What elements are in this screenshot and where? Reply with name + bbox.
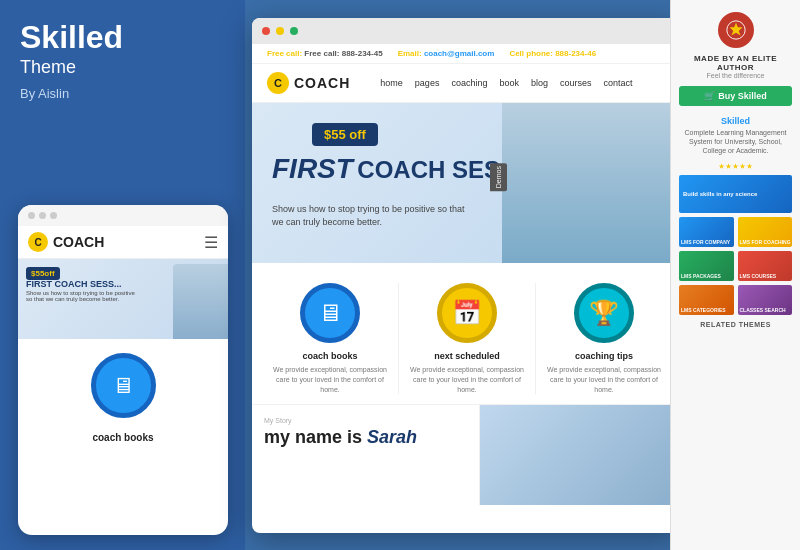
browser-preview: Free call: Free call: 888-234-45 Email: … (252, 18, 682, 533)
theme-author: By Aislin (20, 86, 225, 101)
theme-title: Skilled (20, 20, 225, 55)
star-1 (719, 163, 725, 169)
mobile-hero-image (173, 264, 228, 339)
mobile-nav: C COACH ☰ (18, 226, 228, 259)
thumb-row-1: LMS FOR COMPANY LMS FOR COACHING (679, 217, 792, 247)
hero-badge: $55 off (312, 123, 378, 146)
story-image-section (480, 405, 683, 505)
feature-desc-2: We provide exceptional, compassion care … (409, 365, 525, 394)
site-bottom: My Story my name is Sarah (252, 405, 682, 505)
site-topbar: Free call: Free call: 888-234-45 Email: … (252, 44, 682, 64)
feature-title-1: coach books (272, 351, 388, 361)
browser-bar (252, 18, 682, 44)
feature-icon-trophy: 🏆 (574, 283, 634, 343)
email-link[interactable]: coach@gmail.com (424, 49, 495, 58)
theme-subtitle: Theme (20, 57, 225, 78)
right-app-desc: Complete Learning Management System for … (679, 128, 792, 155)
story-label: My Story (264, 417, 467, 424)
build-skills-thumb[interactable]: Build skills in any science (679, 175, 792, 213)
thumb-lms-company[interactable]: LMS FOR COMPANY (679, 217, 734, 247)
thumb-lms-categories[interactable]: LMS CATEGORIES (679, 285, 734, 315)
elite-badge-icon (725, 19, 747, 41)
related-themes-label: RELATED THEMES (679, 321, 792, 328)
nav-courses[interactable]: courses (560, 78, 592, 88)
mobile-coach-books-label: coach books (18, 432, 228, 448)
star-5 (747, 163, 753, 169)
site-nav-links: home pages coaching book blog courses co… (380, 78, 632, 88)
nav-blog[interactable]: blog (531, 78, 548, 88)
star-rating (679, 163, 792, 169)
story-section: My Story my name is Sarah (252, 405, 480, 505)
thumb-lms-packages[interactable]: LMS PACKAGES (679, 251, 734, 281)
site-logo: C COACH (267, 72, 350, 94)
mobile-icon-circle: 🖥 (91, 353, 156, 418)
star-3 (733, 163, 739, 169)
hamburger-icon[interactable]: ☰ (204, 233, 218, 252)
feature-icon-monitor: 🖥 (300, 283, 360, 343)
feel-diff-text: Feel the difference (679, 72, 792, 79)
right-panel: MADE BY AN ELITE AUTHOR Feel the differe… (670, 0, 800, 550)
feature-desc-3: We provide exceptional, compassion care … (546, 365, 662, 394)
browser-dot-yellow[interactable] (276, 27, 284, 35)
left-panel: Skilled Theme By Aislin C COACH ☰ $55off… (0, 0, 245, 550)
nav-coaching[interactable]: coaching (451, 78, 487, 88)
site-logo-text: COACH (294, 75, 350, 91)
site-features: 🖥 coach books We provide exceptional, co… (252, 263, 682, 405)
cart-icon: 🛒 (704, 91, 715, 101)
story-name: my name is Sarah (264, 427, 467, 448)
feature-item-3: 🏆 coaching tips We provide exceptional, … (536, 283, 672, 394)
buy-skilled-button[interactable]: 🛒 Buy Skilled (679, 86, 792, 106)
monitor-icon: 🖥 (112, 373, 134, 399)
mobile-logo-text: COACH (53, 234, 104, 250)
demo-tab[interactable]: Demos (490, 163, 507, 191)
browser-dot-green[interactable] (290, 27, 298, 35)
feature-title-2: next scheduled (409, 351, 525, 361)
mobile-icon-section: 🖥 (18, 339, 228, 432)
mobile-hero-text: FIRST COACH SESS... Show us how to stop … (26, 279, 135, 302)
nav-home[interactable]: home (380, 78, 403, 88)
mobile-logo: C COACH (28, 232, 104, 252)
mobile-logo-circle: C (28, 232, 48, 252)
thumb-classes-search[interactable]: CLASSES SEARCH (738, 285, 793, 315)
mobile-preview: C COACH ☰ $55off FIRST COACH SESS... Sho… (18, 205, 228, 535)
hero-first-word: FIRST (272, 153, 353, 184)
hero-person-image (502, 103, 682, 263)
feature-title-3: coaching tips (546, 351, 662, 361)
nav-contact[interactable]: contact (603, 78, 632, 88)
build-skills-label: Build skills in any science (683, 191, 757, 197)
thumb-row-2: LMS PACKAGES LMS COURSES (679, 251, 792, 281)
nav-book[interactable]: book (499, 78, 519, 88)
feature-icon-calendar: 📅 (437, 283, 497, 343)
mobile-hero: $55off FIRST COACH SESS... Show us how t… (18, 259, 228, 339)
star-2 (726, 163, 732, 169)
feature-desc-1: We provide exceptional, compassion care … (272, 365, 388, 394)
thumb-lms-coaching[interactable]: LMS FOR COACHING (738, 217, 793, 247)
thumb-row-3: LMS CATEGORIES CLASSES SEARCH (679, 285, 792, 315)
made-by-title: MADE BY AN ELITE AUTHOR (679, 54, 792, 72)
free-call-label: Free call: Free call: 888-234-45 (267, 49, 383, 58)
browser-dot-red[interactable] (262, 27, 270, 35)
feature-item-2: 📅 next scheduled We provide exceptional,… (399, 283, 536, 394)
theme-thumbnail-grid: LMS FOR COMPANY LMS FOR COACHING LMS PAC… (679, 217, 792, 315)
thumb-lms-courses[interactable]: LMS COURSES (738, 251, 793, 281)
hero-subtext: Show us how to stop trying to be positiv… (272, 203, 472, 228)
site-logo-circle: C (267, 72, 289, 94)
author-badge (718, 12, 754, 48)
right-app-name: Skilled (679, 116, 792, 126)
feature-item-1: 🖥 coach books We provide exceptional, co… (262, 283, 399, 394)
site-nav: C COACH home pages coaching book blog co… (252, 64, 682, 103)
site-hero: $55 off FIRST COACH SESSION Show us how … (252, 103, 682, 263)
mobile-dots (18, 205, 228, 226)
nav-pages[interactable]: pages (415, 78, 440, 88)
star-4 (740, 163, 746, 169)
